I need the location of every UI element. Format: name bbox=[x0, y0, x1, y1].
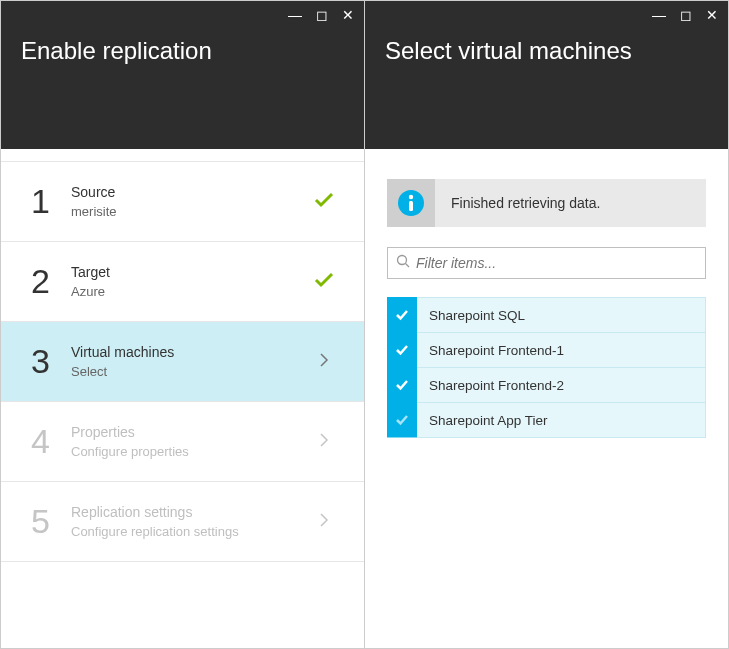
step-target[interactable]: 2 Target Azure bbox=[1, 242, 364, 322]
step-number: 3 bbox=[31, 342, 71, 381]
minimize-icon[interactable]: — bbox=[288, 7, 302, 23]
svg-line-4 bbox=[406, 264, 410, 268]
step-subtitle: Configure properties bbox=[71, 444, 310, 459]
step-title: Virtual machines bbox=[71, 344, 310, 360]
status-bar: Finished retrieving data. bbox=[387, 179, 706, 227]
list-item[interactable]: Sharepoint SQL bbox=[387, 297, 706, 333]
panel-vms-title: Select virtual machines bbox=[385, 37, 708, 65]
step-number: 4 bbox=[31, 422, 71, 461]
step-number: 1 bbox=[31, 182, 71, 221]
step-labels: Virtual machines Select bbox=[71, 344, 310, 379]
step-subtitle: Select bbox=[71, 364, 310, 379]
step-subtitle: Azure bbox=[71, 284, 310, 299]
svg-point-3 bbox=[398, 256, 407, 265]
list-item[interactable]: Sharepoint App Tier bbox=[387, 402, 706, 438]
maximize-icon[interactable]: ◻ bbox=[680, 7, 692, 23]
step-replication-settings[interactable]: 5 Replication settings Configure replica… bbox=[1, 482, 364, 562]
close-icon[interactable]: ✕ bbox=[706, 7, 718, 23]
panel-steps-title: Enable replication bbox=[21, 37, 344, 65]
checkbox-checked-icon[interactable] bbox=[387, 367, 417, 403]
panel-steps: — ◻ ✕ Enable replication 1 Source merisi… bbox=[1, 1, 365, 648]
window-controls-left: — ◻ ✕ bbox=[288, 7, 354, 23]
vm-name: Sharepoint Frontend-1 bbox=[417, 332, 706, 368]
window-controls-right: — ◻ ✕ bbox=[652, 7, 718, 23]
panel-vms-header: — ◻ ✕ Select virtual machines bbox=[365, 1, 728, 149]
step-title: Target bbox=[71, 264, 310, 280]
chevron-right-icon bbox=[310, 352, 338, 372]
steps-body: 1 Source merisite 2 Target Azure bbox=[1, 149, 364, 648]
maximize-icon[interactable]: ◻ bbox=[316, 7, 328, 23]
step-source[interactable]: 1 Source merisite bbox=[1, 161, 364, 242]
step-title: Replication settings bbox=[71, 504, 310, 520]
chevron-right-icon bbox=[310, 432, 338, 452]
vm-name: Sharepoint Frontend-2 bbox=[417, 367, 706, 403]
minimize-icon[interactable]: — bbox=[652, 7, 666, 23]
close-icon[interactable]: ✕ bbox=[342, 7, 354, 23]
vm-name: Sharepoint App Tier bbox=[417, 402, 706, 438]
panel-select-vms: — ◻ ✕ Select virtual machines Finished r… bbox=[365, 1, 728, 648]
step-labels: Target Azure bbox=[71, 264, 310, 299]
steps-list: 1 Source merisite 2 Target Azure bbox=[1, 149, 364, 562]
list-item[interactable]: Sharepoint Frontend-2 bbox=[387, 367, 706, 403]
step-subtitle: merisite bbox=[71, 204, 310, 219]
step-title: Properties bbox=[71, 424, 310, 440]
vms-body: Finished retrieving data. Sharepoint SQL bbox=[365, 149, 728, 648]
step-subtitle: Configure replication settings bbox=[71, 524, 310, 539]
checkbox-checked-icon[interactable] bbox=[387, 297, 417, 333]
check-icon bbox=[310, 272, 338, 292]
checkbox-checked-icon[interactable] bbox=[387, 332, 417, 368]
vm-name: Sharepoint SQL bbox=[417, 297, 706, 333]
chevron-right-icon bbox=[310, 512, 338, 532]
checkbox-checked-icon[interactable] bbox=[387, 402, 417, 438]
info-icon bbox=[387, 179, 435, 227]
list-item[interactable]: Sharepoint Frontend-1 bbox=[387, 332, 706, 368]
status-text: Finished retrieving data. bbox=[435, 195, 616, 211]
step-title: Source bbox=[71, 184, 310, 200]
vm-list: Sharepoint SQL Sharepoint Frontend-1 Sha… bbox=[387, 297, 706, 438]
step-virtual-machines[interactable]: 3 Virtual machines Select bbox=[1, 322, 364, 402]
search-icon bbox=[396, 254, 410, 272]
step-labels: Replication settings Configure replicati… bbox=[71, 504, 310, 539]
filter-input[interactable] bbox=[410, 255, 697, 271]
step-number: 5 bbox=[31, 502, 71, 541]
app-root: — ◻ ✕ Enable replication 1 Source merisi… bbox=[0, 0, 729, 649]
check-icon bbox=[310, 192, 338, 212]
svg-rect-2 bbox=[409, 201, 413, 211]
step-properties[interactable]: 4 Properties Configure properties bbox=[1, 402, 364, 482]
step-number: 2 bbox=[31, 262, 71, 301]
step-labels: Source merisite bbox=[71, 184, 310, 219]
step-labels: Properties Configure properties bbox=[71, 424, 310, 459]
svg-point-1 bbox=[409, 195, 413, 199]
panel-steps-header: — ◻ ✕ Enable replication bbox=[1, 1, 364, 149]
filter-box[interactable] bbox=[387, 247, 706, 279]
